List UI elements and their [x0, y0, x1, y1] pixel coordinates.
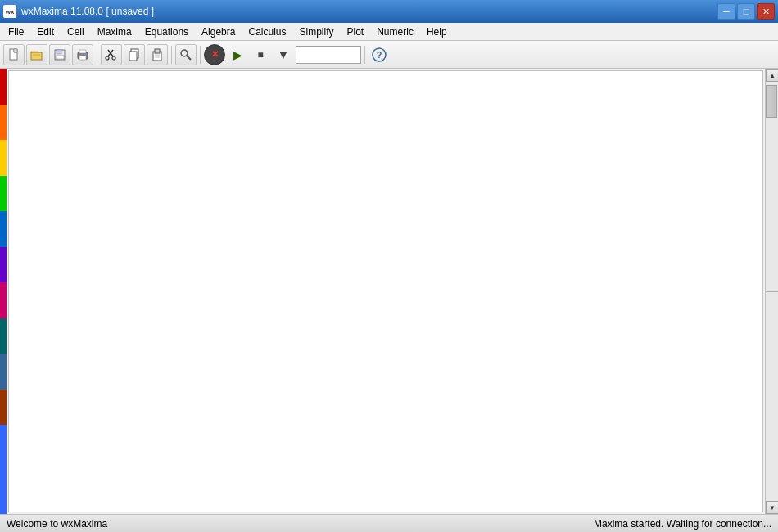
status-welcome: Welcome to wxMaxima — [7, 518, 107, 530]
paste-icon — [151, 48, 164, 61]
paste-button[interactable] — [147, 44, 168, 65]
menu-plot[interactable]: Plot — [341, 24, 371, 40]
svg-point-14 — [106, 56, 109, 60]
svg-text:?: ? — [377, 50, 382, 60]
step-button[interactable]: ▼ — [273, 44, 294, 65]
svg-rect-7 — [56, 56, 64, 59]
main-area: ▲ ▼ — [0, 69, 778, 514]
menu-equations[interactable]: Equations — [138, 24, 195, 40]
stop-square-button[interactable]: ■ — [250, 44, 271, 65]
stop-icon: ✕ — [211, 49, 219, 60]
status-connection: Maxima started. Waiting for connection..… — [594, 518, 771, 530]
svg-point-11 — [84, 53, 86, 55]
close-button[interactable]: ✕ — [757, 3, 775, 20]
title-buttons: ─ □ ✕ — [717, 3, 775, 20]
copy-icon — [128, 48, 141, 61]
menu-algebra[interactable]: Algebra — [195, 24, 242, 40]
svg-point-15 — [112, 56, 115, 60]
svg-rect-17 — [129, 52, 137, 61]
menu-cell[interactable]: Cell — [61, 24, 91, 40]
scroll-track[interactable] — [766, 82, 778, 501]
minimize-button[interactable]: ─ — [717, 3, 735, 20]
new-button[interactable] — [3, 44, 25, 65]
svg-line-23 — [187, 56, 191, 60]
stop-button[interactable]: ✕ — [204, 44, 225, 65]
find-button[interactable] — [175, 44, 197, 65]
svg-point-22 — [181, 50, 188, 56]
vertical-scrollbar[interactable]: ▲ ▼ — [765, 69, 778, 514]
menu-numeric[interactable]: Numeric — [370, 24, 420, 40]
menu-calculus[interactable]: Calculus — [242, 24, 292, 40]
document-area[interactable] — [8, 70, 763, 512]
cut-icon — [105, 48, 118, 61]
scroll-up-button[interactable]: ▲ — [766, 69, 778, 82]
help-icon: ? — [372, 47, 387, 62]
print-icon — [76, 48, 89, 61]
scroll-thumb[interactable] — [766, 85, 777, 118]
svg-marker-1 — [14, 49, 17, 52]
toolbar-input[interactable] — [296, 46, 361, 64]
menu-bar: File Edit Cell Maxima Equations Algebra … — [0, 23, 778, 41]
title-left: wx wxMaxima 11.08.0 [ unsaved ] — [3, 5, 154, 18]
play-icon: ▶ — [233, 48, 242, 61]
svg-rect-3 — [31, 52, 42, 60]
separator-3 — [200, 46, 201, 64]
down-icon: ▼ — [278, 48, 289, 61]
title-bar: wx wxMaxima 11.08.0 [ unsaved ] ─ □ ✕ — [0, 0, 778, 23]
maximize-button[interactable]: □ — [737, 3, 755, 20]
separator-1 — [97, 46, 97, 64]
menu-help[interactable]: Help — [420, 24, 454, 40]
app-icon: wx — [3, 5, 16, 18]
svg-rect-19 — [155, 49, 160, 53]
separator-4 — [364, 46, 365, 64]
find-icon — [179, 48, 192, 61]
menu-simplify[interactable]: Simplify — [293, 24, 341, 40]
open-button[interactable] — [26, 44, 47, 65]
svg-rect-6 — [57, 50, 61, 54]
copy-button[interactable] — [124, 44, 145, 65]
menu-file[interactable]: File — [2, 24, 30, 40]
status-right: Maxima started. Waiting for connection..… — [594, 518, 771, 530]
svg-rect-9 — [79, 56, 86, 60]
stop-square-icon: ■ — [257, 49, 263, 61]
title-text: wxMaxima 11.08.0 [ unsaved ] — [21, 6, 154, 17]
menu-maxima[interactable]: Maxima — [91, 24, 138, 40]
scroll-middle-tick — [766, 291, 778, 292]
save-recent-icon — [53, 48, 66, 61]
status-bar: Welcome to wxMaxima Maxima started. Wait… — [0, 514, 778, 532]
status-left: Welcome to wxMaxima — [7, 518, 107, 530]
left-color-bar — [0, 69, 7, 514]
separator-2 — [171, 46, 172, 64]
menu-edit[interactable]: Edit — [30, 24, 61, 40]
svg-rect-10 — [79, 50, 86, 53]
scroll-down-button[interactable]: ▼ — [766, 501, 778, 514]
new-icon — [7, 48, 20, 61]
save-recent-button[interactable] — [49, 44, 70, 65]
cut-button[interactable] — [101, 44, 122, 65]
run-button[interactable]: ▶ — [227, 44, 248, 65]
help-button[interactable]: ? — [369, 44, 390, 65]
toolbar: ✕ ▶ ■ ▼ ? — [0, 41, 778, 69]
print-button[interactable] — [72, 44, 93, 65]
open-icon — [30, 48, 43, 61]
